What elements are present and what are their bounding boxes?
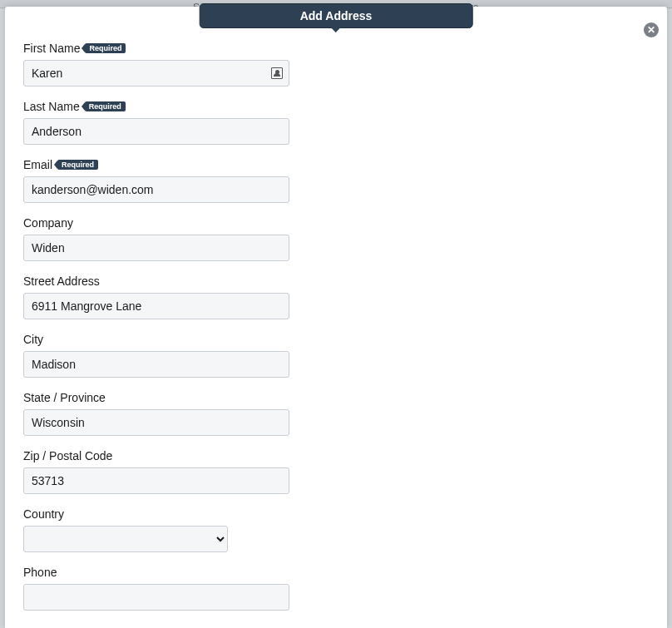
- field-zip: Zip / Postal Code: [23, 449, 649, 494]
- company-input[interactable]: [23, 235, 289, 261]
- field-state: State / Province: [23, 391, 649, 436]
- country-label: Country: [23, 507, 64, 521]
- zip-label: Zip / Postal Code: [23, 449, 112, 462]
- field-city: City: [23, 333, 649, 378]
- first-name-label: First Name: [23, 42, 80, 55]
- email-label: Email: [23, 158, 52, 171]
- field-phone: Phone: [23, 566, 649, 611]
- state-label: State / Province: [23, 391, 106, 404]
- field-country: Country: [23, 507, 649, 552]
- field-street: Street Address: [23, 274, 649, 319]
- first-name-input[interactable]: [23, 60, 289, 87]
- close-icon[interactable]: ✕: [644, 22, 659, 37]
- required-badge: Required: [85, 43, 126, 53]
- city-input[interactable]: [23, 351, 289, 378]
- field-first-name: First Name Required: [23, 42, 649, 87]
- email-input[interactable]: [23, 176, 289, 203]
- phone-input[interactable]: [23, 584, 289, 611]
- required-badge: Required: [57, 160, 98, 170]
- company-label: Company: [23, 216, 73, 230]
- street-label: Street Address: [23, 274, 100, 288]
- field-company: Company: [23, 216, 649, 261]
- address-form: First Name Required Last Name Required E…: [5, 7, 667, 628]
- last-name-label: Last Name: [23, 100, 80, 113]
- city-label: City: [23, 333, 43, 346]
- add-address-modal: Add Address ✕ First Name Required Last N…: [5, 7, 667, 628]
- last-name-input[interactable]: [23, 118, 289, 145]
- phone-label: Phone: [23, 566, 57, 579]
- country-select[interactable]: [23, 526, 228, 552]
- field-email: Email Required: [23, 158, 649, 203]
- required-badge: Required: [85, 101, 126, 111]
- field-last-name: Last Name Required: [23, 100, 649, 145]
- zip-input[interactable]: [23, 467, 289, 494]
- state-input[interactable]: [23, 409, 289, 436]
- street-input[interactable]: [23, 293, 289, 319]
- modal-title: Add Address: [200, 3, 473, 28]
